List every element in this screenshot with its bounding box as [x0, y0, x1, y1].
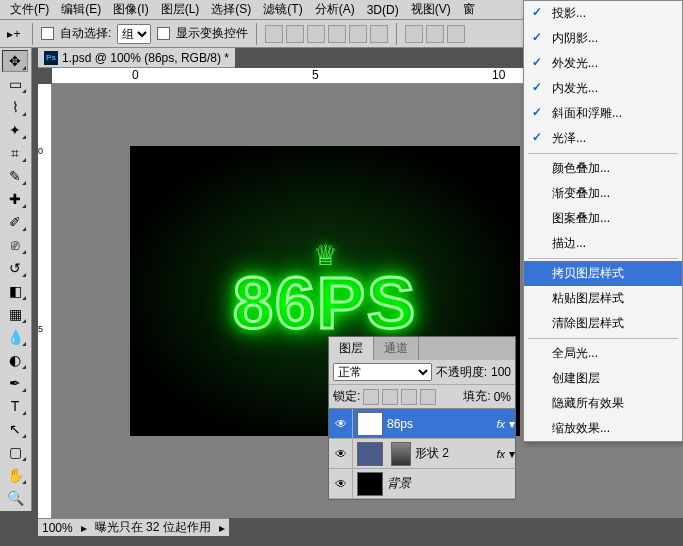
healing-tool[interactable]: ✚ [2, 188, 28, 210]
align-icon[interactable] [307, 25, 325, 43]
layer-mask [391, 442, 411, 466]
move-tool-icon: ▸+ [4, 24, 24, 44]
auto-select-checkbox[interactable] [41, 27, 54, 40]
context-menu-item[interactable]: 拷贝图层样式 [524, 261, 682, 286]
distribute-icon[interactable] [426, 25, 444, 43]
shape-tool[interactable]: ▢ [2, 441, 28, 463]
brush-tool[interactable]: ✐ [2, 211, 28, 233]
marquee-tool[interactable]: ▭ [2, 73, 28, 95]
visibility-icon[interactable]: 👁 [329, 439, 353, 468]
align-icon[interactable] [370, 25, 388, 43]
context-menu-item[interactable]: 粘贴图层样式 [524, 286, 682, 311]
auto-select-dropdown[interactable]: 组 [117, 24, 151, 44]
layer-thumb [357, 442, 383, 466]
menu-file[interactable]: 文件(F) [4, 1, 55, 18]
path-tool[interactable]: ↖ [2, 418, 28, 440]
stamp-tool[interactable]: ⎚ [2, 234, 28, 256]
document-tab[interactable]: Ps 1.psd @ 100% (86ps, RGB/8) * [38, 48, 235, 68]
context-menu-item[interactable]: ✓投影... [524, 1, 682, 26]
layers-panel: 图层 通道 正常 不透明度: 100 锁定: 填充: 0% 👁 T 86ps f… [328, 336, 516, 500]
layer-thumb [357, 472, 383, 496]
lock-transparent-icon[interactable] [363, 389, 379, 405]
context-menu-item[interactable]: ✓内发光... [524, 76, 682, 101]
status-bar: 100% ▸ 曝光只在 32 位起作用 ▸ [38, 518, 229, 536]
menu-select[interactable]: 选择(S) [205, 1, 257, 18]
distribute-icons [405, 25, 465, 43]
menu-edit[interactable]: 编辑(E) [55, 1, 107, 18]
lock-label: 锁定: [333, 388, 360, 405]
ruler-vertical: 0 5 [38, 84, 52, 518]
auto-select-label: 自动选择: [60, 25, 111, 42]
eyedropper-tool[interactable]: ✎ [2, 165, 28, 187]
context-menu-item[interactable]: ✓光泽... [524, 126, 682, 151]
pen-tool[interactable]: ✒ [2, 372, 28, 394]
context-menu-item[interactable]: ✓斜面和浮雕... [524, 101, 682, 126]
eraser-tool[interactable]: ◧ [2, 280, 28, 302]
layer-name: 形状 2 [415, 445, 449, 462]
menu-layer[interactable]: 图层(L) [155, 1, 206, 18]
menu-window[interactable]: 窗 [457, 1, 481, 18]
document-title: 1.psd @ 100% (86ps, RGB/8) * [62, 51, 229, 65]
lasso-tool[interactable]: ⌇ [2, 96, 28, 118]
layer-style-context-menu: ✓投影...✓内阴影...✓外发光...✓内发光...✓斜面和浮雕...✓光泽.… [523, 0, 683, 442]
dodge-tool[interactable]: ◐ [2, 349, 28, 371]
zoom-level[interactable]: 100% [42, 521, 73, 535]
lock-all-icon[interactable] [420, 389, 436, 405]
menu-filter[interactable]: 滤镜(T) [257, 1, 308, 18]
context-menu-item[interactable]: 清除图层样式 [524, 311, 682, 336]
status-info: 曝光只在 32 位起作用 [95, 519, 211, 536]
wand-tool[interactable]: ✦ [2, 119, 28, 141]
hand-tool[interactable]: ✋ [2, 464, 28, 486]
context-menu-item[interactable]: 渐变叠加... [524, 181, 682, 206]
context-menu-item[interactable]: 图案叠加... [524, 206, 682, 231]
align-icon[interactable] [286, 25, 304, 43]
show-transform-label: 显示变换控件 [176, 25, 248, 42]
menu-image[interactable]: 图像(I) [107, 1, 154, 18]
fx-icon[interactable]: fx [492, 418, 509, 430]
layer-thumb: T [357, 412, 383, 436]
blur-tool[interactable]: 💧 [2, 326, 28, 348]
context-menu-item[interactable]: 颜色叠加... [524, 156, 682, 181]
context-menu-item[interactable]: 全局光... [524, 341, 682, 366]
opacity-value[interactable]: 100 [491, 365, 511, 379]
align-icons [265, 25, 388, 43]
layer-item[interactable]: 👁 T 86ps fx▾ [329, 409, 515, 439]
distribute-icon[interactable] [447, 25, 465, 43]
menu-view[interactable]: 视图(V) [405, 1, 457, 18]
tab-layers[interactable]: 图层 [329, 337, 374, 360]
context-menu-item[interactable]: 缩放效果... [524, 416, 682, 441]
distribute-icon[interactable] [405, 25, 423, 43]
visibility-icon[interactable]: 👁 [329, 409, 353, 438]
layer-item[interactable]: 👁 形状 2 fx▾ [329, 439, 515, 469]
fill-value[interactable]: 0% [494, 390, 511, 404]
context-menu-item[interactable]: ✓内阴影... [524, 26, 682, 51]
type-tool[interactable]: T [2, 395, 28, 417]
gradient-tool[interactable]: ▦ [2, 303, 28, 325]
context-menu-item[interactable]: 描边... [524, 231, 682, 256]
menu-analysis[interactable]: 分析(A) [309, 1, 361, 18]
move-tool[interactable]: ✥ [2, 50, 28, 72]
lock-image-icon[interactable] [382, 389, 398, 405]
lock-position-icon[interactable] [401, 389, 417, 405]
context-menu-item[interactable]: ✓外发光... [524, 51, 682, 76]
align-icon[interactable] [265, 25, 283, 43]
zoom-tool[interactable]: 🔍 [2, 487, 28, 509]
layer-name: 86ps [387, 417, 413, 431]
blend-mode-select[interactable]: 正常 [333, 363, 432, 381]
crop-tool[interactable]: ⌗ [2, 142, 28, 164]
fx-icon[interactable]: fx [492, 448, 509, 460]
tab-channels[interactable]: 通道 [374, 337, 419, 360]
history-brush-tool[interactable]: ↺ [2, 257, 28, 279]
layer-name: 背景 [387, 475, 411, 492]
neon-text: 86PS [233, 262, 417, 344]
context-menu-item[interactable]: 隐藏所有效果 [524, 391, 682, 416]
layer-item[interactable]: 👁 背景 [329, 469, 515, 499]
ps-icon: Ps [44, 51, 58, 65]
menu-3d[interactable]: 3D(D) [361, 3, 405, 17]
visibility-icon[interactable]: 👁 [329, 469, 353, 498]
toolbox: ✥ ▭ ⌇ ✦ ⌗ ✎ ✚ ✐ ⎚ ↺ ◧ ▦ 💧 ◐ ✒ T ↖ ▢ ✋ 🔍 [0, 48, 32, 511]
align-icon[interactable] [349, 25, 367, 43]
show-transform-checkbox[interactable] [157, 27, 170, 40]
align-icon[interactable] [328, 25, 346, 43]
context-menu-item[interactable]: 创建图层 [524, 366, 682, 391]
